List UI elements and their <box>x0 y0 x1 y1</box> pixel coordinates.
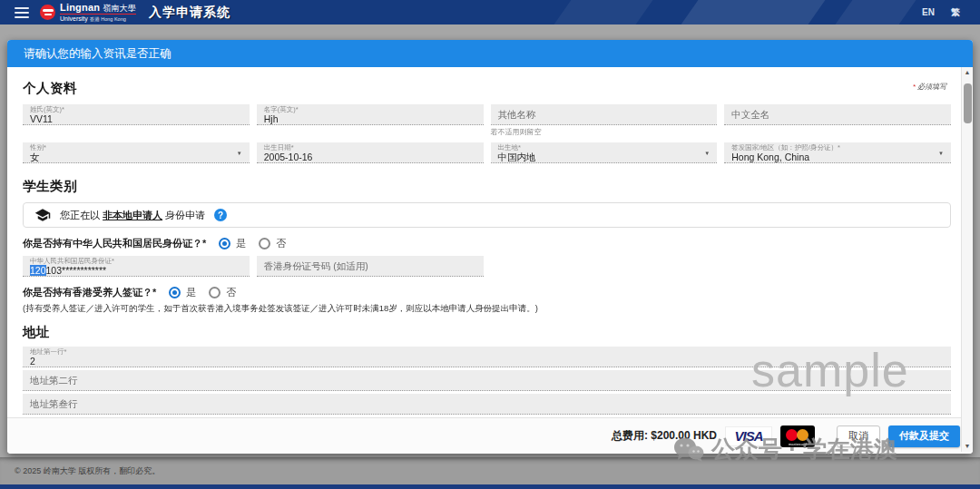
dob-label: 出生日期* <box>264 144 476 152</box>
copyright-text: © 2025 岭南大学 版权所有，翻印必究。 <box>15 465 160 477</box>
top-navbar: Lingnan嶺南大學 University香港 Hong Kong 入学申请系… <box>0 0 980 24</box>
issuing-country-value: Hong Kong, China <box>731 152 944 163</box>
app-title: 入学申请系统 <box>149 5 230 21</box>
dialog-action-bar: 总费用: $200.00 HKD VISA mastercard 取消 付款及提… <box>7 417 973 454</box>
issuing-country-label: 签发国家/地区（如：护照/身分证）* <box>731 144 944 152</box>
birthplace-select[interactable]: 出生地* 中国内地 ▼ <box>491 142 718 163</box>
address-line1-field[interactable]: 地址第一行* 2 <box>23 347 951 367</box>
birthplace-value: 中国内地 <box>498 152 710 163</box>
address-line3-field[interactable]: 地址第叁行 <box>23 394 951 415</box>
dob-value: 2005-10-16 <box>264 152 476 163</box>
birthplace-label: 出生地* <box>498 144 710 152</box>
scrollbar-thumb[interactable] <box>964 83 972 123</box>
other-name-placeholder: 其他名称 <box>498 109 536 122</box>
chevron-down-icon: ▼ <box>938 151 944 156</box>
visa-logo: VISA <box>725 426 772 446</box>
scroll-up-icon[interactable]: ▲ <box>965 67 971 78</box>
graduation-cap-icon <box>34 207 51 223</box>
chinese-name-placeholder: 中文全名 <box>731 109 769 122</box>
prc-id-question-row: 你是否持有中华人民共和国居民身份证？* 是 否 <box>23 237 951 250</box>
given-name-field[interactable]: 名字(英文)* Hjh <box>257 104 484 125</box>
gender-select[interactable]: 性别* 女 ▼ <box>23 142 250 163</box>
applicant-type-card: 您正在以 非本地申请人 身份申请 ? <box>23 202 951 228</box>
logo-subname: University香港 Hong Kong <box>60 15 136 23</box>
total-fee: 总费用: $200.00 HKD <box>612 428 717 444</box>
chinese-name-field[interactable]: 中文全名 <box>724 104 951 125</box>
scrollbar-track[interactable] <box>962 78 973 441</box>
prc-id-question: 你是否持有中华人民共和国居民身份证？* <box>23 237 206 250</box>
surname-label: 姓氏(英文)* <box>30 106 242 113</box>
page-footer: © 2025 岭南大学 版权所有，翻印必究。 <box>0 457 980 484</box>
address-line1-label: 地址第一行* <box>30 348 944 356</box>
section-heading-personal: 个人资料 <box>23 80 951 97</box>
university-logo[interactable]: Lingnan嶺南大學 University香港 Hong Kong <box>40 3 136 23</box>
surname-field[interactable]: 姓氏(英文)* VV11 <box>23 104 250 125</box>
required-note: * 必须填写 <box>913 82 946 92</box>
pay-and-submit-button[interactable]: 付款及提交 <box>888 425 960 447</box>
navbar-decoration <box>554 0 653 24</box>
navbar-decoration <box>681 0 826 24</box>
dialog-scrollbar[interactable]: ▲ ▼ <box>961 67 973 452</box>
issuing-country-select[interactable]: 签发国家/地区（如：护照/身分证）* Hong Kong, China ▼ <box>724 142 951 163</box>
dob-field[interactable]: 出生日期* 2005-10-16 <box>257 142 484 163</box>
logo-name: Lingnan嶺南大學 <box>60 3 136 15</box>
navbar-decoration <box>836 0 916 24</box>
scroll-down-icon[interactable]: ▼ <box>965 441 971 452</box>
section-heading-address: 地址 <box>23 324 951 341</box>
confirmation-dialog: 请确认您的输入资讯是否正确 * 必须填写 个人资料 姓氏(英文)* VV11 名… <box>7 40 973 454</box>
other-name-helper: 若不适用则留空 <box>491 127 718 137</box>
address-line1-value: 2 <box>30 356 944 367</box>
chevron-down-icon: ▼ <box>237 151 242 156</box>
dependant-radio-no[interactable] <box>209 287 220 298</box>
hk-id-field[interactable]: 香港身份证号码 (如适用) <box>257 256 484 277</box>
selected-text: 120 <box>30 265 46 276</box>
prc-id-radio-no[interactable] <box>259 238 270 249</box>
address-line3-placeholder: 地址第叁行 <box>30 398 78 411</box>
mastercard-logo: mastercard <box>780 425 815 447</box>
applicant-type-text: 您正在以 非本地申请人 身份申请 <box>60 209 205 222</box>
help-icon[interactable]: ? <box>214 209 227 221</box>
prc-id-value: 120103************ <box>30 265 242 277</box>
prc-id-label: 中华人民共和国居民身份证* <box>30 258 242 265</box>
bottom-edge-strip <box>0 484 980 489</box>
lingnan-logo-icon <box>40 5 55 20</box>
address-line2-field[interactable]: 地址第二行 <box>23 370 951 391</box>
other-name-field[interactable]: 其他名称 <box>491 104 718 125</box>
prc-id-field[interactable]: 中华人民共和国居民身份证* 120103************ <box>23 256 250 277</box>
menu-icon[interactable] <box>15 7 29 18</box>
hk-id-placeholder: 香港身份证号码 (如适用) <box>264 260 368 273</box>
cancel-button[interactable]: 取消 <box>837 425 880 447</box>
language-toggle-zh[interactable]: 繁 <box>951 6 960 19</box>
given-name-label: 名字(英文)* <box>264 106 476 113</box>
dependant-note: (持有受养人签证／进入许可的学生，如于首次获香港入境事务处签发该签证／进入许可时… <box>23 303 951 315</box>
gender-value: 女 <box>30 152 242 163</box>
gender-label: 性别* <box>30 144 242 152</box>
applicant-type-link[interactable]: 非本地申请人 <box>103 210 162 220</box>
language-toggle-en[interactable]: EN <box>922 7 935 17</box>
dependant-visa-question: 你是否持有香港受养人签证？* <box>23 286 156 299</box>
surname-value: VV11 <box>30 113 242 125</box>
section-heading-student-type: 学生类别 <box>23 178 951 195</box>
dependant-radio-yes[interactable] <box>169 287 181 298</box>
address-line2-placeholder: 地址第二行 <box>30 375 78 387</box>
chevron-down-icon: ▼ <box>704 151 710 156</box>
dialog-body: * 必须填写 个人资料 姓氏(英文)* VV11 名字(英文)* Hjh 其他名… <box>7 67 961 417</box>
dependant-visa-question-row: 你是否持有香港受养人签证？* 是 否 <box>23 286 951 299</box>
given-name-value: Hjh <box>264 113 476 125</box>
dialog-title: 请确认您的输入资讯是否正确 <box>7 40 973 67</box>
prc-id-radio-yes[interactable] <box>219 238 230 249</box>
